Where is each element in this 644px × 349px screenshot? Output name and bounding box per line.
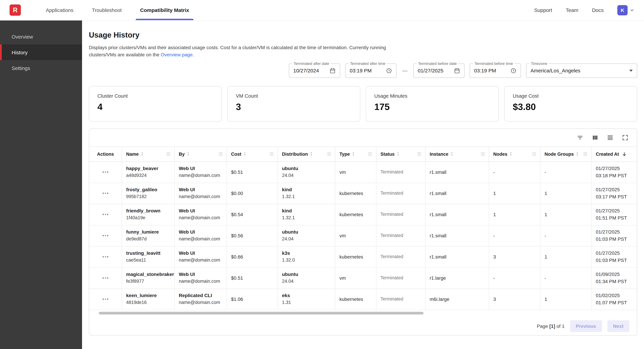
terminated-after-date-field[interactable]: Terminated after date 10/27/2024 xyxy=(289,63,340,78)
status-badge: Terminated xyxy=(380,190,421,197)
created-by-email-link[interactable]: name@domain.com xyxy=(179,172,222,179)
created-at-cell: 01/27/2025 01:51 PM PST xyxy=(592,204,637,225)
column-header-distribution[interactable]: Distribution▲▼ xyxy=(278,147,335,161)
cost-cell: $0.56 xyxy=(227,225,278,246)
sort-icon[interactable]: ▲▼ xyxy=(310,152,312,156)
nodes-cell: - xyxy=(489,268,540,288)
clock-icon[interactable] xyxy=(386,67,392,74)
column-label: Node Groups xyxy=(544,151,574,157)
column-header-cost[interactable]: Cost▲▼ xyxy=(227,147,278,161)
column-resize-icon[interactable] xyxy=(481,153,485,155)
created-at-cell: 01/02/2025 01:07 PM PST xyxy=(592,289,637,310)
column-resize-icon[interactable] xyxy=(166,153,170,155)
column-resize-icon[interactable] xyxy=(417,153,421,155)
sort-desc-icon[interactable] xyxy=(622,151,627,157)
column-resize-icon[interactable] xyxy=(327,153,331,155)
column-resize-icon[interactable] xyxy=(584,153,587,155)
table-row: friendly_brown 1f40a19e Web UI name@doma… xyxy=(89,204,637,225)
stat-cards: Cluster Count 4 VM Count 3 Usage Minutes… xyxy=(89,86,637,121)
calendar-icon[interactable] xyxy=(330,67,336,74)
sidebar-item-settings[interactable]: Settings xyxy=(0,60,82,76)
sort-icon[interactable]: ▲▼ xyxy=(187,152,189,156)
column-resize-icon[interactable] xyxy=(219,153,222,155)
created-by-email-link[interactable]: name@domain.com xyxy=(179,236,222,243)
terminated-before-time-field[interactable]: Terminated before time 03:19 PM xyxy=(470,63,521,78)
row-actions-button[interactable] xyxy=(101,254,110,260)
table-row: frosty_galileo 995b7182 Web UI name@doma… xyxy=(89,183,637,204)
sidebar-item-history[interactable]: History xyxy=(0,44,82,60)
row-actions-button[interactable] xyxy=(101,191,110,196)
columns-icon[interactable] xyxy=(592,134,598,141)
column-header-name[interactable]: Name▲▼ xyxy=(122,147,175,161)
nodes-cell: 3 xyxy=(489,246,540,267)
distribution-cell: kind 1.32.1 xyxy=(278,204,335,225)
column-header-type[interactable]: Type▲▼ xyxy=(335,147,376,161)
overview-page-link[interactable]: Overview page xyxy=(161,52,192,57)
sort-icon[interactable]: ▲▼ xyxy=(510,152,512,156)
row-actions-button[interactable] xyxy=(101,233,110,238)
by-cell: Web UI name@domain.com xyxy=(175,162,227,183)
sort-icon[interactable]: ▲▼ xyxy=(397,152,399,156)
fullscreen-icon[interactable] xyxy=(622,134,628,141)
created-by-email-link[interactable]: name@domain.com xyxy=(179,278,222,285)
sort-icon[interactable]: ▲▼ xyxy=(576,152,578,156)
row-actions-button[interactable] xyxy=(101,275,110,281)
calendar-icon[interactable] xyxy=(454,67,460,74)
stat-cluster-count: Cluster Count 4 xyxy=(89,86,222,121)
sort-icon[interactable]: ▲▼ xyxy=(141,152,144,156)
nav-link-docs[interactable]: Docs xyxy=(592,7,604,13)
column-resize-icon[interactable] xyxy=(368,153,372,155)
created-by-source: Web UI xyxy=(179,250,222,257)
tab-applications[interactable]: Applications xyxy=(36,0,83,20)
row-actions-button[interactable] xyxy=(101,297,110,302)
column-header-instance[interactable]: Instance▲▼ xyxy=(426,147,489,161)
instance-value: r1.small xyxy=(430,211,485,218)
nodes-cell: 1 xyxy=(489,204,540,225)
created-by-email-link[interactable]: name@domain.com xyxy=(179,257,222,264)
data-grid: Actions Name▲▼ By▲▼ Cost▲▼ Distribution▲… xyxy=(89,146,637,310)
previous-page-button[interactable]: Previous xyxy=(570,320,602,332)
sort-icon[interactable]: ▲▼ xyxy=(244,152,246,156)
column-header-created-at[interactable]: Created At xyxy=(592,147,637,161)
table-row: trusting_leavitt cae5ea11 Web UI name@do… xyxy=(89,246,637,268)
terminated-after-time-field[interactable]: Terminated after time 03:19 PM xyxy=(345,63,396,78)
sort-icon[interactable]: ▲▼ xyxy=(451,152,453,156)
tab-compatibility-matrix[interactable]: Compatibility Matrix xyxy=(131,0,198,20)
column-header-by[interactable]: By▲▼ xyxy=(175,147,227,161)
node-groups-value: - xyxy=(544,232,587,239)
nav-link-support[interactable]: Support xyxy=(534,7,552,13)
column-header-status[interactable]: Status▲▼ xyxy=(376,147,426,161)
instance-value: m6i.large xyxy=(430,296,485,303)
next-page-button[interactable]: Next xyxy=(607,320,629,332)
density-icon[interactable] xyxy=(607,134,614,141)
node-groups-cell: - xyxy=(540,268,592,288)
table-header-row: Actions Name▲▼ By▲▼ Cost▲▼ Distribution▲… xyxy=(89,146,637,162)
row-actions-button[interactable] xyxy=(101,212,110,217)
terminated-before-date-field[interactable]: Terminated before date 01/27/2025 xyxy=(413,63,464,78)
cost-cell: $0.51 xyxy=(227,268,278,288)
column-label: Actions xyxy=(97,151,114,157)
sidebar-item-overview[interactable]: Overview xyxy=(0,29,82,44)
timezone-label: Timezone xyxy=(530,61,549,65)
column-resize-icon[interactable] xyxy=(270,153,274,155)
replicated-logo[interactable]: R xyxy=(10,4,21,16)
row-actions-button[interactable] xyxy=(101,170,110,175)
node-groups-cell: - xyxy=(540,225,592,246)
cluster-name: friendly_brown xyxy=(126,207,170,215)
filter-icon[interactable] xyxy=(577,134,584,141)
column-header-node-groups[interactable]: Node Groups▲▼ xyxy=(540,147,592,161)
column-resize-icon[interactable] xyxy=(532,153,536,155)
sort-icon[interactable]: ▲▼ xyxy=(352,152,354,156)
clock-icon[interactable] xyxy=(510,67,516,74)
date-range-separator: — xyxy=(402,68,408,73)
horizontal-scrollbar-track xyxy=(89,310,637,317)
nav-link-team[interactable]: Team xyxy=(566,7,578,13)
created-by-email-link[interactable]: name@domain.com xyxy=(179,299,222,306)
tab-troubleshoot[interactable]: Troubleshoot xyxy=(83,0,131,20)
timezone-select[interactable]: Timezone America/Los_Angeles xyxy=(526,63,637,78)
created-by-email-link[interactable]: name@domain.com xyxy=(179,193,222,200)
column-header-nodes[interactable]: Nodes▲▼ xyxy=(489,147,540,161)
created-by-email-link[interactable]: name@domain.com xyxy=(179,215,222,222)
horizontal-scrollbar[interactable] xyxy=(99,312,424,314)
account-menu[interactable]: K xyxy=(617,5,634,15)
